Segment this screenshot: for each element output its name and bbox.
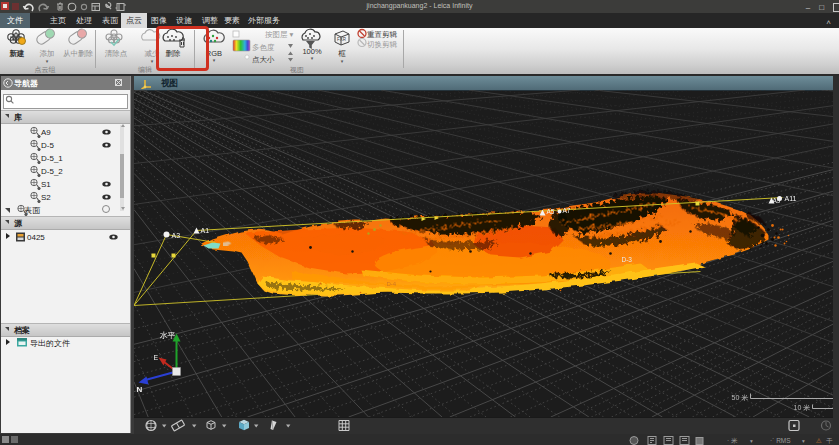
svg-text:D-3: D-3 [622,256,633,263]
svg-text:A7: A7 [563,207,571,214]
svg-text:A5: A5 [547,208,555,215]
svg-text:▾: ▾ [802,438,805,444]
svg-text:A1: A1 [201,227,210,234]
svg-text:N: N [137,385,143,394]
svg-text:A3: A3 [172,232,181,239]
svg-text:A11: A11 [785,195,797,202]
svg-text:10 米: 10 米 [794,404,811,411]
svg-text:·´ RMS: ·´ RMS [770,437,791,444]
svg-text:A9: A9 [773,197,781,204]
svg-text:D-4: D-4 [387,281,397,287]
svg-text:⚠: ⚠ [816,437,822,444]
svg-text:干: 干 [826,437,833,444]
svg-text:50 米: 50 米 [732,394,749,401]
svg-text:▾: ▾ [750,438,753,444]
svg-text:FXR: FXR [337,37,347,42]
svg-text:E: E [154,354,159,361]
svg-text:水平: 水平 [160,331,176,340]
svg-text:· 米: · 米 [727,437,738,444]
